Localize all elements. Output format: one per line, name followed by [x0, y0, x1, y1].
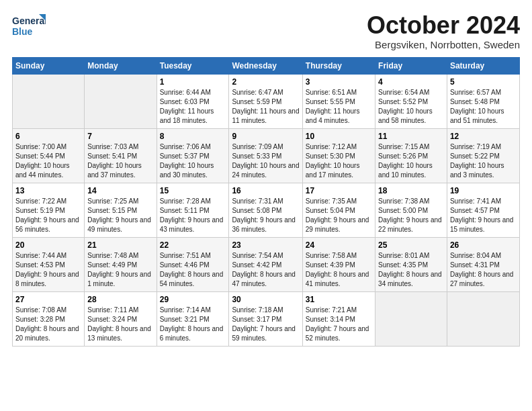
calendar-cell: 5 Sunrise: 6:57 AMSunset: 5:48 PMDayligh…	[447, 74, 519, 128]
calendar-cell: 19 Sunrise: 7:41 AMSunset: 4:57 PMDaylig…	[447, 183, 519, 237]
calendar-cell	[375, 291, 447, 346]
day-number: 10	[306, 132, 372, 141]
calendar-cell: 9 Sunrise: 7:09 AMSunset: 5:33 PMDayligh…	[229, 128, 302, 183]
calendar-cell: 29 Sunrise: 7:14 AMSunset: 3:21 PMDaylig…	[157, 291, 229, 346]
day-number: 8	[160, 132, 226, 141]
calendar-cell: 14 Sunrise: 7:25 AMSunset: 5:15 PMDaylig…	[85, 183, 157, 237]
cell-info: Sunrise: 7:06 AMSunset: 5:37 PMDaylight:…	[160, 143, 214, 179]
calendar-table: SundayMondayTuesdayWednesdayThursdayFrid…	[12, 57, 520, 347]
cell-info: Sunrise: 7:00 AMSunset: 5:44 PMDaylight:…	[15, 143, 70, 179]
cell-info: Sunrise: 7:25 AMSunset: 5:15 PMDaylight:…	[87, 197, 151, 233]
day-number: 30	[232, 295, 299, 304]
day-number: 2	[232, 77, 299, 87]
day-number: 29	[160, 295, 226, 304]
cell-info: Sunrise: 7:44 AMSunset: 4:53 PMDaylight:…	[15, 252, 79, 287]
cell-info: Sunrise: 7:11 AMSunset: 3:24 PMDaylight:…	[87, 306, 151, 342]
calendar-cell: 31 Sunrise: 7:21 AMSunset: 3:14 PMDaylig…	[302, 291, 375, 346]
day-number: 26	[450, 240, 517, 250]
svg-text:Blue: Blue	[12, 26, 33, 37]
day-number: 13	[15, 186, 81, 195]
day-header: Sunday	[13, 57, 85, 74]
cell-info: Sunrise: 6:47 AMSunset: 5:59 PMDaylight:…	[232, 89, 299, 124]
cell-info: Sunrise: 7:35 AMSunset: 5:04 PMDaylight:…	[306, 197, 369, 233]
cell-info: Sunrise: 7:38 AMSunset: 5:00 PMDaylight:…	[378, 197, 442, 233]
day-number: 23	[232, 240, 299, 250]
cell-info: Sunrise: 6:54 AMSunset: 5:52 PMDaylight:…	[378, 89, 433, 124]
day-header: Thursday	[302, 57, 375, 74]
calendar-cell: 30 Sunrise: 7:18 AMSunset: 3:17 PMDaylig…	[229, 291, 302, 346]
day-number: 4	[378, 77, 444, 87]
day-header: Saturday	[447, 57, 519, 74]
cell-info: Sunrise: 7:18 AMSunset: 3:17 PMDaylight:…	[232, 306, 296, 342]
cell-info: Sunrise: 7:58 AMSunset: 4:39 PMDaylight:…	[306, 252, 369, 287]
calendar-cell: 27 Sunrise: 7:08 AMSunset: 3:28 PMDaylig…	[13, 291, 85, 346]
calendar-cell: 13 Sunrise: 7:22 AMSunset: 5:19 PMDaylig…	[13, 183, 85, 237]
calendar-week-row: 13 Sunrise: 7:22 AMSunset: 5:19 PMDaylig…	[13, 183, 520, 237]
cell-info: Sunrise: 7:08 AMSunset: 3:28 PMDaylight:…	[15, 306, 79, 342]
calendar-cell: 10 Sunrise: 7:12 AMSunset: 5:30 PMDaylig…	[302, 128, 375, 183]
cell-info: Sunrise: 7:22 AMSunset: 5:19 PMDaylight:…	[15, 197, 79, 233]
day-number: 15	[160, 186, 226, 195]
day-number: 6	[15, 132, 81, 141]
day-number: 21	[87, 240, 153, 250]
cell-info: Sunrise: 7:41 AMSunset: 4:57 PMDaylight:…	[450, 197, 514, 233]
calendar-cell: 26 Sunrise: 8:04 AMSunset: 4:31 PMDaylig…	[447, 237, 519, 291]
day-number: 3	[306, 77, 372, 87]
cell-info: Sunrise: 8:04 AMSunset: 4:31 PMDaylight:…	[450, 252, 514, 287]
calendar-cell: 28 Sunrise: 7:11 AMSunset: 3:24 PMDaylig…	[85, 291, 157, 346]
day-number: 5	[450, 77, 517, 87]
cell-info: Sunrise: 6:44 AMSunset: 6:03 PMDaylight:…	[160, 89, 214, 124]
day-number: 17	[306, 186, 372, 195]
cell-info: Sunrise: 7:03 AMSunset: 5:41 PMDaylight:…	[87, 143, 142, 179]
title-block: October 2024 Bergsviken, Norrbotten, Swe…	[367, 12, 520, 50]
calendar-week-row: 1 Sunrise: 6:44 AMSunset: 6:03 PMDayligh…	[13, 74, 520, 128]
calendar-week-row: 20 Sunrise: 7:44 AMSunset: 4:53 PMDaylig…	[13, 237, 520, 291]
calendar-cell	[85, 74, 157, 128]
page: General Blue October 2024 Bergsviken, No…	[0, 0, 532, 353]
calendar-cell: 20 Sunrise: 7:44 AMSunset: 4:53 PMDaylig…	[13, 237, 85, 291]
day-number: 14	[87, 186, 153, 195]
cell-info: Sunrise: 6:51 AMSunset: 5:55 PMDaylight:…	[306, 89, 360, 124]
calendar-cell: 24 Sunrise: 7:58 AMSunset: 4:39 PMDaylig…	[302, 237, 375, 291]
calendar-cell: 16 Sunrise: 7:31 AMSunset: 5:08 PMDaylig…	[229, 183, 302, 237]
cell-info: Sunrise: 7:15 AMSunset: 5:26 PMDaylight:…	[378, 143, 433, 179]
calendar-week-row: 6 Sunrise: 7:00 AMSunset: 5:44 PMDayligh…	[13, 128, 520, 183]
day-number: 31	[306, 295, 372, 304]
day-number: 18	[378, 186, 444, 195]
cell-info: Sunrise: 7:12 AMSunset: 5:30 PMDaylight:…	[306, 143, 360, 179]
calendar-cell: 17 Sunrise: 7:35 AMSunset: 5:04 PMDaylig…	[302, 183, 375, 237]
cell-info: Sunrise: 7:31 AMSunset: 5:08 PMDaylight:…	[232, 197, 296, 233]
calendar-cell: 2 Sunrise: 6:47 AMSunset: 5:59 PMDayligh…	[229, 74, 302, 128]
cell-info: Sunrise: 7:28 AMSunset: 5:11 PMDaylight:…	[160, 197, 224, 233]
day-number: 12	[450, 132, 517, 141]
svg-text:General: General	[12, 15, 46, 26]
day-number: 11	[378, 132, 444, 141]
cell-info: Sunrise: 7:48 AMSunset: 4:49 PMDaylight:…	[87, 252, 151, 287]
logo-svg: General Blue	[12, 12, 46, 39]
calendar-week-row: 27 Sunrise: 7:08 AMSunset: 3:28 PMDaylig…	[13, 291, 520, 346]
day-header: Friday	[375, 57, 447, 74]
calendar-cell: 1 Sunrise: 6:44 AMSunset: 6:03 PMDayligh…	[157, 74, 229, 128]
cell-info: Sunrise: 7:14 AMSunset: 3:21 PMDaylight:…	[160, 306, 224, 342]
header-row: SundayMondayTuesdayWednesdayThursdayFrid…	[13, 57, 520, 74]
day-number: 27	[15, 295, 81, 304]
day-header: Wednesday	[229, 57, 302, 74]
cell-info: Sunrise: 7:19 AMSunset: 5:22 PMDaylight:…	[450, 143, 504, 179]
calendar-cell: 25 Sunrise: 8:01 AMSunset: 4:35 PMDaylig…	[375, 237, 447, 291]
cell-info: Sunrise: 6:57 AMSunset: 5:48 PMDaylight:…	[450, 89, 504, 124]
calendar-cell: 4 Sunrise: 6:54 AMSunset: 5:52 PMDayligh…	[375, 74, 447, 128]
month-title: October 2024	[367, 12, 520, 39]
calendar-cell: 21 Sunrise: 7:48 AMSunset: 4:49 PMDaylig…	[85, 237, 157, 291]
header: General Blue October 2024 Bergsviken, No…	[12, 12, 520, 50]
day-number: 22	[160, 240, 226, 250]
calendar-cell: 3 Sunrise: 6:51 AMSunset: 5:55 PMDayligh…	[302, 74, 375, 128]
calendar-cell: 8 Sunrise: 7:06 AMSunset: 5:37 PMDayligh…	[157, 128, 229, 183]
day-number: 19	[450, 186, 517, 195]
calendar-cell	[13, 74, 85, 128]
calendar-cell: 22 Sunrise: 7:51 AMSunset: 4:46 PMDaylig…	[157, 237, 229, 291]
day-header: Tuesday	[157, 57, 229, 74]
logo: General Blue	[12, 12, 46, 39]
day-number: 28	[87, 295, 153, 304]
calendar-cell: 12 Sunrise: 7:19 AMSunset: 5:22 PMDaylig…	[447, 128, 519, 183]
day-number: 1	[160, 77, 226, 87]
